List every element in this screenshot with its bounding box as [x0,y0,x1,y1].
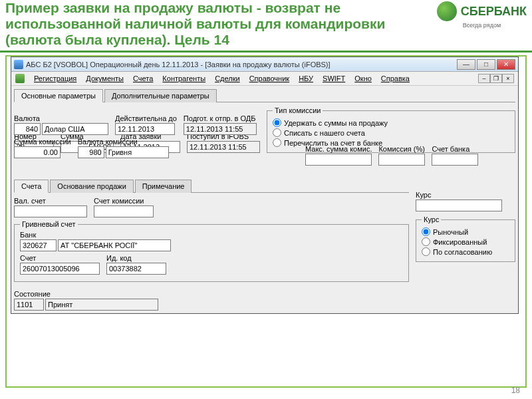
app-icon [14,60,23,69]
inner-tab-note[interactable]: Примечание [135,180,192,193]
acct-input[interactable] [20,263,100,275]
currency-name-input[interactable] [42,123,108,135]
inner-tab-accounts[interactable]: Счета [14,180,49,193]
label-comm-pct: Комиссия (%) [378,145,425,153]
tab-main-params[interactable]: Основные параметры [14,89,103,102]
label-currency: Валюта [14,114,108,122]
label-comm-acct: Счет комиссии [94,197,154,205]
tab-extra-params[interactable]: Дополнительные параметры [104,89,217,102]
uah-account-group: Гривневый счет Банк Счет Ид. код [14,220,409,282]
window-title: АБС Б2 [VSOBOL] Операционный день 12.11.… [26,61,457,68]
comm-opt-transfer[interactable] [273,138,281,147]
titlebar: АБС Б2 [VSOBOL] Операционный день 12.11.… [11,57,518,72]
rate-type-group: Курс Рыночный Фиксированный По согласова… [416,215,515,262]
mdi-close-button[interactable]: × [502,74,514,83]
inner-tab-basis[interactable]: Основание продажи [50,180,133,193]
state-name-input [45,299,158,311]
menubar: Регистрация Документы Счета Контрагенты … [11,72,518,86]
label-bank-acct: Счет банка [432,145,478,153]
logo-text: СБЕРБАНК [461,5,527,19]
comm-curr-code-input[interactable] [78,146,104,158]
comm-pct-input[interactable] [378,154,425,166]
rate-opt-agreement[interactable] [422,247,430,256]
rate-type-legend: Курс [422,215,441,223]
commission-type-legend: Тип комиссии [273,106,323,114]
label-max-comm: Макс. сумма комис. [305,145,372,153]
menu-accounts[interactable]: Счета [129,73,157,84]
max-comm-input[interactable] [305,154,372,166]
logo-tagline: Всегда рядом [463,22,501,29]
val-acct-input[interactable] [14,205,87,217]
rate-opt-market[interactable] [422,227,430,236]
menu-documents[interactable]: Документы [82,73,128,84]
label-val-acct: Вал. счет [14,197,87,205]
comm-opt-deduct[interactable] [273,118,281,127]
label-valid-to: Действительна до [115,114,177,122]
label-rate: Курс [416,191,515,199]
menu-app-icon [15,74,25,83]
menu-reference[interactable]: Справочник [245,73,294,84]
comm-opt-debit[interactable] [273,128,281,137]
comm-curr-name-input[interactable] [106,146,169,158]
maximize-button[interactable]: □ [477,59,495,70]
currency-code-input[interactable] [14,123,41,135]
menu-counterparties[interactable]: Контрагенты [158,73,209,84]
prep-odb-input [184,123,257,135]
menu-swift[interactable]: SWIFT [319,73,349,84]
menu-window[interactable]: Окно [350,73,376,84]
slide-title: Пример заявки на продажу валюты - возвра… [5,0,432,48]
label-acct: Счет [20,254,100,262]
label-state: Состояние [14,290,409,298]
menu-help[interactable]: Справка [377,73,414,84]
valid-to-input[interactable] [115,123,175,135]
bank-acct-input[interactable] [432,154,478,166]
label-idcode: Ид. код [106,254,166,262]
label-bank: Банк [20,231,403,239]
sberbank-logo-icon [437,1,457,21]
close-button[interactable]: ✕ [497,59,515,70]
mdi-minimize-button[interactable]: – [478,74,490,83]
label-comm-sum: Сумма комиссии [14,138,71,146]
comm-sum-input[interactable] [14,146,61,158]
slide-number: 18 [511,386,520,395]
menu-registration[interactable]: Регистрация [30,73,80,84]
menu-nbu[interactable]: НБУ [295,73,317,84]
rate-opt-fixed[interactable] [422,237,430,246]
bank-code-input[interactable] [20,239,57,251]
rate-input[interactable] [416,200,502,211]
logo: СБЕРБАНК Всегда рядом [437,1,527,29]
app-window: АБС Б2 [VSOBOL] Операционный день 12.11.… [11,57,519,314]
minimize-button[interactable]: — [457,59,475,70]
state-code-input [14,299,44,311]
received-input [187,141,260,153]
mdi-restore-button[interactable]: ❐ [490,74,502,83]
label-prep-odb: Подгот. к отпр. в ОДБ [184,114,257,122]
menu-deals[interactable]: Сделки [211,73,244,84]
idcode-input[interactable] [106,263,166,275]
label-comm-curr: Валюта комиссии [78,138,169,146]
bank-name-input[interactable] [58,239,171,251]
uah-account-legend: Гривневый счет [20,220,78,228]
comm-acct-input[interactable] [94,205,154,217]
